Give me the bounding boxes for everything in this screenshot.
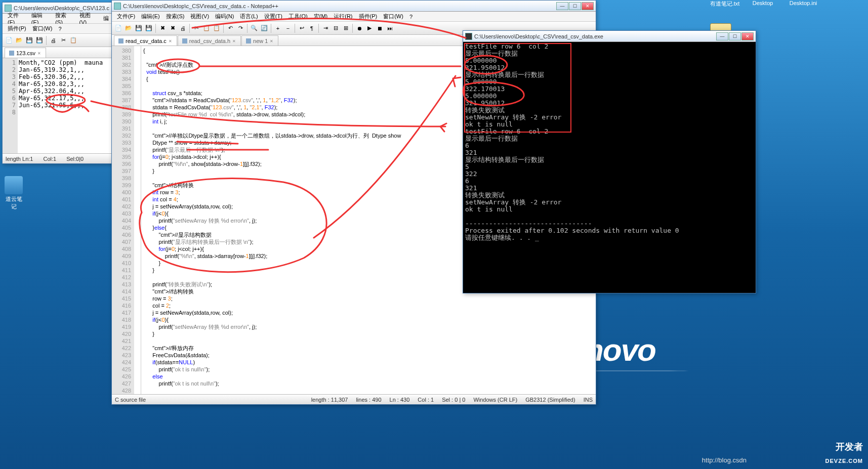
tab-new-1[interactable]: new 1 ✕: [241, 35, 278, 46]
cut-icon[interactable]: ✂: [192, 24, 201, 33]
desktop-icon[interactable]: Desktop: [747, 0, 779, 6]
show-all-icon[interactable]: ¶: [307, 24, 316, 33]
desktop-icon-label: Desktop: [753, 0, 773, 6]
tab-label: read_csv_data.h: [189, 38, 230, 44]
menu-encoding[interactable]: 编: [100, 14, 112, 23]
status-encoding: GB2312 (Simplified): [525, 397, 575, 403]
copy-icon[interactable]: 📋: [202, 24, 211, 33]
cut-icon[interactable]: ✂: [59, 36, 68, 45]
status-filetype: C source file: [115, 397, 146, 403]
desktop-icon-label: 有道笔记.txt: [710, 1, 740, 7]
menu-language[interactable]: 语言(L): [237, 12, 261, 21]
minimize-icon[interactable]: —: [716, 32, 728, 40]
statusbar: length Ln:1 Col:1 Sel:0|0: [3, 153, 114, 163]
menu-help[interactable]: ?: [55, 25, 64, 33]
file-icon: [246, 38, 251, 44]
open-file-icon[interactable]: 📂: [15, 36, 24, 45]
menu-window[interactable]: 窗口(W): [380, 12, 406, 21]
close-icon[interactable]: ✕: [270, 39, 274, 43]
tab-csv[interactable]: 123.csv ✕: [5, 48, 46, 58]
status-sel: Sel : 0 | 0: [442, 397, 465, 403]
minimize-icon[interactable]: —: [556, 2, 568, 10]
file-icon: [182, 38, 187, 44]
desktop-icon[interactable]: 有道笔记.txt: [709, 0, 741, 8]
replace-icon[interactable]: 🔄: [260, 24, 269, 33]
print-icon[interactable]: 🖨: [178, 24, 187, 33]
status-lines: lines : 490: [356, 397, 381, 403]
window-title: C:\Users\lenovo\Desktop\c_CSV\read_csv_d…: [474, 33, 603, 39]
menubar: 文件(F) 编辑(E) 搜索(S) 视图(V) 编码(N) 语言(L) 设置(T…: [112, 12, 596, 22]
play-multi-icon[interactable]: ⏭: [385, 24, 394, 33]
fold-gutter[interactable]: [134, 46, 141, 394]
maximize-icon[interactable]: ☐: [729, 32, 741, 40]
code-content[interactable]: Month,"CO2 (ppm) mauna Jan-65,319.32,1,,…: [18, 58, 114, 153]
close-icon[interactable]: ✕: [582, 2, 594, 10]
paste-icon[interactable]: 📋: [212, 24, 221, 33]
new-file-icon[interactable]: 📄: [5, 36, 14, 45]
copy-icon[interactable]: 📋: [69, 36, 78, 45]
status-insert: INS: [584, 397, 593, 403]
toolbar: 📄 📂 💾 💾 🖨 ✂ 📋: [3, 34, 114, 47]
maximize-icon[interactable]: ☐: [569, 2, 581, 10]
menu-help[interactable]: ?: [406, 13, 416, 21]
find-icon[interactable]: 🔍: [250, 24, 259, 33]
status-length: length : 11,307: [311, 397, 348, 403]
zoom-out-icon[interactable]: −: [283, 24, 293, 33]
line-gutter: 12345678: [3, 58, 18, 153]
print-icon[interactable]: 🖨: [49, 36, 58, 45]
titlebar[interactable]: C:\Users\lenovo\Desktop\c_CSV\read_csv_d…: [463, 31, 756, 42]
tab-read-csv-c[interactable]: read_csv_data.c ✕: [114, 35, 177, 46]
tab-read-csv-h[interactable]: read_csv_data.h ✕: [178, 35, 241, 46]
status-length: length Ln:1: [6, 156, 33, 162]
record-macro-icon[interactable]: ⏺: [355, 24, 364, 33]
save-all-icon[interactable]: 💾: [144, 24, 153, 33]
status-sel: Sel:0|0: [66, 156, 84, 162]
menu-run[interactable]: 运行(R): [330, 12, 355, 21]
open-file-icon[interactable]: 📂: [124, 24, 133, 33]
menu-window[interactable]: 窗口(W): [29, 24, 56, 33]
code-area[interactable]: 12345678 Month,"CO2 (ppm) mauna Jan-65,3…: [3, 58, 114, 153]
tab-label: new 1: [253, 38, 268, 44]
fold-icon[interactable]: ⊟: [331, 24, 340, 33]
save-icon[interactable]: 💾: [134, 24, 143, 33]
tab-label: read_csv_data.c: [126, 38, 167, 44]
menu-plugins[interactable]: 插件(P): [5, 24, 29, 33]
new-file-icon[interactable]: 📄: [114, 24, 123, 33]
close-icon[interactable]: ✕: [169, 39, 173, 43]
watermark: DEVZE.COM: [825, 452, 863, 466]
wrap-icon[interactable]: ↩: [297, 24, 306, 33]
menu-settings[interactable]: 设置(T): [261, 12, 285, 21]
titlebar[interactable]: C:\Users\lenovo\Desktop\c_CSV\read_csv_d…: [112, 1, 596, 12]
desktop-icon[interactable]: Desktop.ini: [787, 0, 819, 6]
undo-icon[interactable]: ↶: [226, 24, 235, 33]
line-gutter: 3803813823833843853863873883893903913923…: [112, 46, 134, 394]
save-all-icon[interactable]: 💾: [35, 36, 44, 45]
desktop-shortcut[interactable]: 道云笔记: [3, 176, 24, 210]
stop-macro-icon[interactable]: ⏹: [375, 24, 384, 33]
status-col: Col : 1: [418, 397, 434, 403]
save-icon[interactable]: 💾: [25, 36, 34, 45]
menu-tools[interactable]: 工具(O): [285, 12, 311, 21]
unfold-icon[interactable]: ⊞: [341, 24, 350, 33]
close-all-icon[interactable]: ✖: [168, 24, 177, 33]
window-title: C:\Users\lenovo\Desktop\c_CSV\read_csv_d…: [123, 3, 278, 9]
zoom-in-icon[interactable]: +: [273, 24, 282, 33]
menu-search[interactable]: 搜索(S): [163, 12, 188, 21]
console-output[interactable]: testFile row 6 col 2 显示最后一行数据 5.000000 3…: [463, 42, 756, 293]
close-icon[interactable]: ✕: [37, 51, 42, 55]
close-file-icon[interactable]: ✖: [158, 24, 167, 33]
indent-icon[interactable]: ⇥: [321, 24, 330, 33]
window-title: C:\Users\lenovo\Desktop\c_CSV\123.c: [14, 5, 109, 11]
redo-icon[interactable]: ↷: [236, 24, 245, 33]
close-icon[interactable]: ✕: [232, 39, 236, 43]
menu-file[interactable]: 文件(F): [114, 12, 138, 21]
menubar: 文件(F) 编辑(E) 搜索(S) 视图(V) 编: [3, 14, 114, 24]
play-macro-icon[interactable]: ▶: [365, 24, 374, 33]
menu-view[interactable]: 视图(V): [187, 12, 212, 21]
menu-edit[interactable]: 编辑(E): [138, 12, 163, 21]
menu-encoding[interactable]: 编码(N): [212, 12, 237, 21]
menu-macro[interactable]: 宏(M): [311, 12, 331, 21]
close-icon[interactable]: ✕: [741, 32, 754, 40]
tabbar: 123.csv ✕: [3, 47, 114, 58]
menu-plugins[interactable]: 插件(P): [356, 12, 381, 21]
